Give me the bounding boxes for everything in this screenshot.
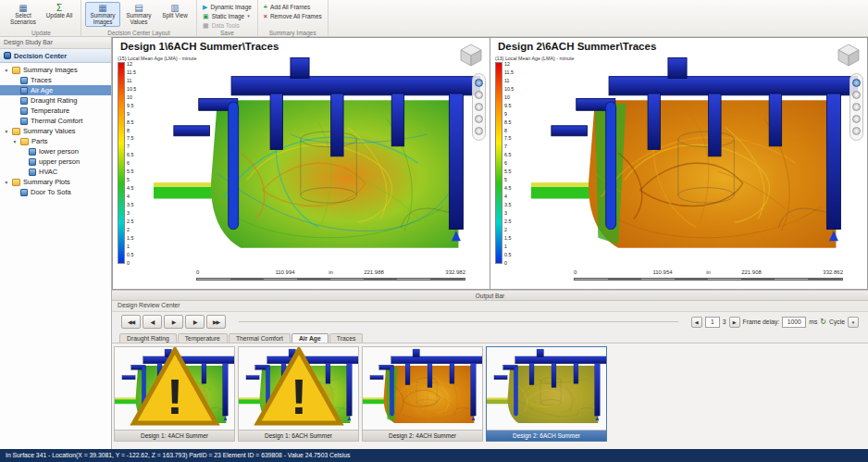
review-tab-draught-rating[interactable]: Draught Rating <box>119 333 177 343</box>
legend-tick: 7 <box>504 144 514 149</box>
legend-tick: 0 <box>127 261 136 266</box>
thumbnail-image <box>363 347 482 430</box>
viewport-2[interactable]: Design 2\6ACH Summer\Traces (13) Local M… <box>490 37 868 290</box>
tree-item-hvac[interactable]: HVAC <box>0 167 111 177</box>
legend-tick: 3.5 <box>127 203 136 207</box>
thumbnail-design-1-4ach-summer[interactable]: ! Design 1: 4ACH Summer <box>114 346 235 442</box>
review-tabs: Draught RatingTemperatureThermal Comfort… <box>112 331 868 343</box>
tree-item-label: Door To Sofa <box>31 188 71 196</box>
skip-start-button[interactable]: ◀◀ <box>121 315 141 329</box>
prev-frame-button[interactable]: ◀ <box>691 317 702 328</box>
tree-item-door-to-sofa[interactable]: Door To Sofa <box>0 187 111 197</box>
expander-icon[interactable]: ▾ <box>4 68 9 73</box>
decision-center-header[interactable]: Decision Center <box>0 49 111 63</box>
pan-tool-icon[interactable] <box>852 91 861 99</box>
next-frame-button[interactable]: ▶ <box>729 317 740 328</box>
ribbon-button-summary-values[interactable]: ▤Summary Values <box>121 2 156 27</box>
tree-item-traces[interactable]: Traces <box>0 75 111 85</box>
folder-icon <box>12 128 20 135</box>
tree-item-draught-rating[interactable]: Draught Rating <box>0 95 111 106</box>
legend-tick: 4 <box>127 194 136 199</box>
home-tool-icon[interactable] <box>852 115 861 123</box>
view-cube[interactable] <box>459 43 483 67</box>
step-forward-button[interactable]: |▶ <box>185 315 205 329</box>
tree-item-label: Parts <box>31 137 48 145</box>
ribbon-button-add-all-frames[interactable]: +Add All Frames <box>262 3 324 10</box>
viewport-title: Design 2\6ACH Summer\Traces <box>498 41 656 52</box>
review-tab-temperature[interactable]: Temperature <box>178 333 228 343</box>
add-icon: + <box>264 4 267 10</box>
timeline-track[interactable] <box>239 321 678 322</box>
legend-tick: 0.5 <box>504 253 514 257</box>
tree-item-label: Air Age <box>31 86 53 94</box>
tree-item-label: Summary Images <box>23 66 78 74</box>
thumbnail-image: ! <box>239 347 358 430</box>
legend-tick: 7 <box>127 144 136 149</box>
ribbon-button-dynamic-image[interactable]: ▶Dynamic Image <box>201 3 254 10</box>
ribbon-group-label: Update <box>2 30 81 36</box>
tree-item-lower-person[interactable]: lower person <box>0 146 111 156</box>
legend-ticks: 1211.51110.5109.598.587.576.565.554.543.… <box>504 62 514 266</box>
expander-icon[interactable]: ▾ <box>4 180 9 185</box>
legend-colorbar <box>118 62 125 264</box>
thumbnail-design-2-4ach-summer[interactable]: Design 2: 4ACH Summer <box>362 346 483 442</box>
tree-item-thermal-comfort[interactable]: Thermal Comfort <box>0 116 111 126</box>
legend-tick: 9.5 <box>127 104 136 108</box>
cycle-dropdown[interactable]: ▾ <box>848 317 859 328</box>
cfd-view[interactable] <box>531 53 858 265</box>
orbit-tool-icon[interactable] <box>852 79 861 87</box>
expander-icon[interactable]: ▾ <box>12 139 18 144</box>
legend-tick: 5 <box>504 178 514 182</box>
expander-icon[interactable]: ▾ <box>4 129 9 134</box>
cfd-rendering <box>487 347 606 430</box>
frame-current-input[interactable]: 1 <box>705 317 720 328</box>
zoom-tool-icon[interactable] <box>475 103 483 111</box>
ribbon-button-summary-images[interactable]: ▦Summary Images <box>85 2 120 27</box>
svg-text:!: ! <box>290 368 306 425</box>
dropdown-arrow-icon: ▾ <box>247 13 250 19</box>
item-icon <box>20 189 28 196</box>
frame-delay-input[interactable]: 1000 <box>782 317 806 328</box>
thumbnail-design-1-6ach-summer[interactable]: ! Design 1: 6ACH Summer <box>238 346 359 442</box>
cycle-label: Cycle <box>829 318 845 325</box>
pan-tool-icon[interactable] <box>475 91 483 99</box>
ribbon-button-label: Static Image <box>212 13 245 19</box>
skip-end-button[interactable]: ▶▶ <box>206 315 226 329</box>
view-cube-graphic <box>459 43 483 67</box>
ribbon-group-label: Save <box>197 30 257 36</box>
legend-tick: 11.5 <box>127 70 136 75</box>
thumbnail-design-2-6ach-summer[interactable]: Design 2: 6ACH Summer <box>486 346 607 442</box>
tree-item-air-age[interactable]: Air Age <box>0 85 111 95</box>
legend-tick: 8 <box>504 129 514 133</box>
tree-item-summary-plots[interactable]: ▾ Summary Plots <box>0 177 111 187</box>
orbit-tool-icon[interactable] <box>475 79 483 87</box>
review-tab-thermal-comfort[interactable]: Thermal Comfort <box>229 333 291 343</box>
review-tab-air-age[interactable]: Air Age <box>291 333 329 343</box>
tree-item-upper-person[interactable]: upper person <box>0 156 111 167</box>
legend-tick: 1 <box>504 244 514 249</box>
home-tool-icon[interactable] <box>475 115 483 123</box>
output-bar[interactable]: Output Bar <box>112 290 868 301</box>
ribbon-button-select-scenarios[interactable]: ▦Select Scenarios <box>6 2 41 27</box>
ribbon-button-remove-all-frames[interactable]: ×Remove All Frames <box>262 12 324 19</box>
settings-tool-icon[interactable] <box>852 127 861 135</box>
tree-item-summary-values[interactable]: ▾ Summary Values <box>0 126 111 136</box>
ribbon-button-split-view[interactable]: ▥Split View <box>157 2 192 27</box>
settings-tool-icon[interactable] <box>475 127 483 135</box>
tree-item-summary-images[interactable]: ▾ Summary Images <box>0 65 111 75</box>
thumbnail-caption: Design 2: 6ACH Summer <box>487 430 606 441</box>
folder-icon <box>12 67 20 74</box>
step-back-button[interactable]: ◀| <box>143 315 162 329</box>
review-tab-traces[interactable]: Traces <box>329 333 364 343</box>
view-cube[interactable] <box>837 43 861 67</box>
zoom-tool-icon[interactable] <box>852 103 861 111</box>
play-button[interactable]: ▶ <box>164 315 183 329</box>
ribbon-button-update-all[interactable]: ΣUpdate All <box>42 2 77 27</box>
tree-item-parts[interactable]: ▾ Parts <box>0 136 111 146</box>
viewport-1[interactable]: Design 1\6ACH Summer\Traces (15) Local M… <box>112 37 490 290</box>
tree-item-temperature[interactable]: Temperature <box>0 106 111 116</box>
legend-tick: 3 <box>127 211 136 216</box>
cfd-view[interactable] <box>154 53 480 265</box>
color-legend: (15) Local Mean Age (LMA) - minute 1211.… <box>118 56 196 266</box>
ribbon-button-static-image[interactable]: ▣Static Image▾ <box>201 12 254 19</box>
